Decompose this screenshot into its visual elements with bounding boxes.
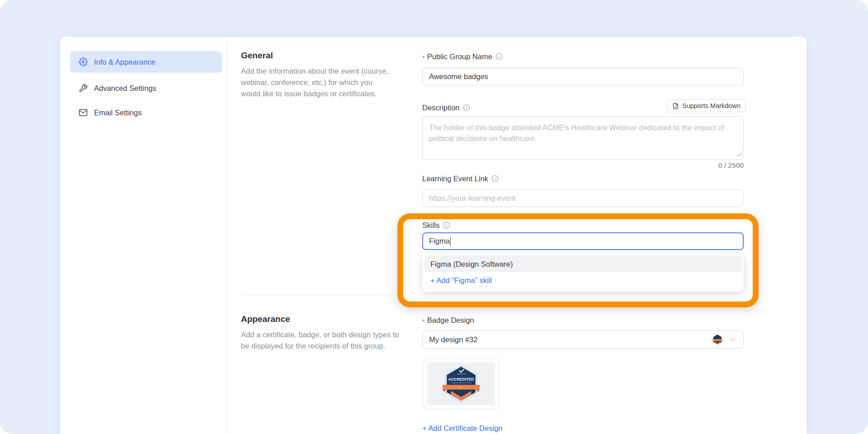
info-icon[interactable] [443,222,450,229]
sidebar-item-email-settings[interactable]: Email Settings [70,102,222,123]
skill-suggestion-item[interactable]: Figma (Design Software) [425,256,741,272]
required-asterisk: * [422,317,425,325]
learning-event-link-input[interactable] [422,189,744,207]
badge-design-label-row: * Badge Design [422,315,474,325]
sidebar-item-info-appearance[interactable]: Info & Appearance [70,51,222,73]
appearance-section-title: Appearance [241,314,290,324]
skills-label: Skills [422,221,440,230]
settings-card: Info & Appearance Advanced Settings Emai… [60,37,807,434]
sidebar-item-label: Email Settings [94,108,142,117]
sidebar-item-label: Advanced Settings [94,84,156,93]
public-group-name-input[interactable] [422,68,744,85]
badge-design-label: Badge Design [427,316,474,325]
badge-preview-card: ACCREDITED Company's Business Partner 20… [423,359,499,409]
svg-text:2021: 2021 [459,387,463,389]
learning-event-link-label-row: Learning Event Link [422,174,499,184]
supports-markdown-label: Supports Markdown [682,102,741,109]
info-icon[interactable] [495,53,503,60]
badge-mini-icon [712,334,722,345]
text-cursor [450,237,451,246]
skills-suggestion-dropdown: Figma (Design Software) + Add “Figma” sk… [422,254,744,292]
skills-label-row: Skills [422,220,450,230]
sidebar-item-label: Info & Appearance [94,58,156,66]
description-label-row: Description [422,103,470,113]
accredited-badge-image: ACCREDITED Company's Business Partner 20… [443,363,480,404]
add-skill-option[interactable]: + Add “Figma” skill [425,272,741,288]
app-window: Info & Appearance Advanced Settings Emai… [0,0,868,434]
public-group-name-label-row: * Public Group Name [422,52,503,61]
badge-design-selected-value: My design #32 [429,335,712,344]
description-textarea[interactable] [422,116,744,160]
general-section-title: General [241,51,273,61]
info-icon[interactable] [491,175,499,182]
markdown-file-icon [672,103,679,109]
required-asterisk: * [422,54,425,61]
sidebar-divider [227,37,227,434]
info-icon[interactable] [463,104,470,111]
character-counter: 0 / 2500 [422,161,744,170]
skills-input[interactable]: Figma [422,232,744,250]
chevron-down-icon [729,335,737,344]
badge-preview-thumbnail: ACCREDITED Company's Business Partner 20… [427,363,495,405]
badge-design-select[interactable]: My design #32 [422,330,744,349]
appearance-section-description: Add a certificate, badge, or both design… [241,329,400,352]
gear-icon [79,57,88,66]
section-divider [241,295,396,295]
wrench-icon [79,84,88,93]
add-certificate-design-link[interactable]: + Add Certificate Design [422,424,502,433]
skills-input-value: Figma [429,237,450,245]
sidebar-item-advanced-settings[interactable]: Advanced Settings [70,77,222,99]
public-group-name-label: Public Group Name [427,52,492,61]
svg-text:Company's Business Partner: Company's Business Partner [451,382,472,384]
learning-event-link-label: Learning Event Link [422,175,488,183]
description-label: Description [422,104,460,112]
envelope-icon [79,108,88,117]
supports-markdown-chip: Supports Markdown [667,99,746,112]
svg-text:ACCREDITED: ACCREDITED [448,377,474,382]
general-section-description: Add the information about the event (cou… [241,66,394,99]
